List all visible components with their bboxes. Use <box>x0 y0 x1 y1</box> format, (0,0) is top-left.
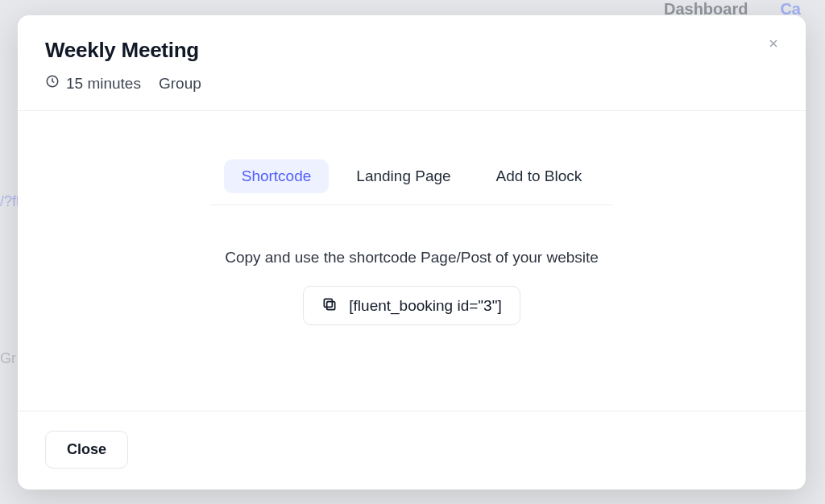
duration-text: 15 minutes <box>66 75 141 93</box>
tab-shortcode[interactable]: Shortcode <box>224 159 330 193</box>
modal-footer: Close <box>18 411 806 490</box>
nav-dashboard: Dashboard <box>664 0 748 16</box>
tab-add-to-block[interactable]: Add to Block <box>479 159 600 193</box>
modal-title: Weekly Meeting <box>45 38 775 63</box>
tabs-container: Shortcode Landing Page Add to Block <box>210 143 613 205</box>
svg-rect-1 <box>327 302 335 310</box>
instruction-text: Copy and use the shortcode Page/Post of … <box>225 249 599 266</box>
shortcode-value: [fluent_booking id="3"] <box>349 297 501 315</box>
nav-calendar-fragment: Ca <box>780 0 801 16</box>
duration: 15 minutes <box>45 74 141 93</box>
clock-icon <box>45 74 60 93</box>
svg-rect-2 <box>325 299 333 307</box>
close-icon-button[interactable] <box>762 33 785 56</box>
tabs: Shortcode Landing Page Add to Block <box>224 143 600 204</box>
close-icon <box>767 37 780 52</box>
share-modal: Weekly Meeting 15 minutes Group Shortcod… <box>18 15 806 490</box>
close-button[interactable]: Close <box>45 431 128 469</box>
backdrop-url-fragment: /?fl <box>0 193 19 210</box>
event-type: Group <box>159 75 201 93</box>
backdrop-nav: Dashboard Ca <box>664 0 825 16</box>
copy-icon <box>321 296 338 315</box>
meta-row: 15 minutes Group <box>45 74 775 93</box>
tab-landing-page[interactable]: Landing Page <box>338 159 468 193</box>
modal-header: Weekly Meeting 15 minutes Group <box>18 15 806 111</box>
backdrop-text-fragment: Gr <box>0 350 16 367</box>
copy-shortcode-button[interactable]: [fluent_booking id="3"] <box>303 286 520 325</box>
modal-body: Shortcode Landing Page Add to Block Copy… <box>18 111 806 411</box>
